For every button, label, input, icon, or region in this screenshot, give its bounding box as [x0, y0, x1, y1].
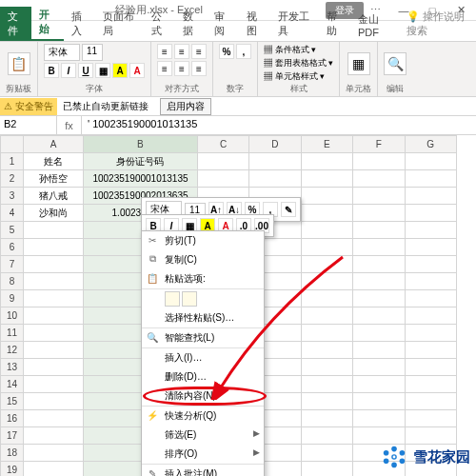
cells-button[interactable]: ▦ [347, 52, 370, 75]
cell[interactable]: 身份证号码 [84, 153, 198, 170]
fill-color-button[interactable]: A [112, 63, 128, 78]
cell[interactable] [23, 325, 83, 342]
cell[interactable] [301, 290, 352, 307]
cell[interactable] [301, 393, 352, 410]
cell[interactable]: 姓名 [23, 153, 83, 170]
cell[interactable] [405, 307, 456, 325]
cell[interactable] [301, 307, 352, 325]
cell[interactable] [301, 376, 352, 393]
cell[interactable] [353, 376, 405, 393]
align-top-icon[interactable]: ≡ [157, 44, 172, 59]
row-header[interactable]: 14 [1, 376, 24, 393]
cell[interactable] [353, 153, 405, 170]
cell[interactable] [405, 290, 456, 307]
cell[interactable] [405, 188, 456, 205]
ctx-item[interactable]: ⚡快速分析(Q) [142, 407, 264, 426]
cell[interactable] [23, 393, 83, 410]
cell[interactable] [23, 410, 83, 427]
cell[interactable] [23, 359, 83, 376]
name-box[interactable]: B2 [0, 116, 57, 134]
col-header-c[interactable]: C [197, 136, 248, 153]
cell[interactable] [353, 170, 405, 188]
align-right-icon[interactable]: ≡ [191, 61, 207, 76]
row-header[interactable]: 8 [1, 273, 24, 290]
col-header-d[interactable]: D [249, 136, 301, 153]
cell[interactable] [353, 359, 405, 376]
cell[interactable] [249, 153, 301, 170]
cell[interactable] [353, 273, 405, 290]
row-header[interactable]: 4 [1, 205, 24, 222]
row-header[interactable]: 7 [1, 256, 24, 273]
cell[interactable] [405, 153, 456, 170]
cell[interactable] [301, 359, 352, 376]
tab-pdf[interactable]: 金山PDF [350, 10, 399, 41]
row-header[interactable]: 10 [1, 307, 24, 325]
ctx-item[interactable]: ⧉复制(C) [142, 250, 264, 269]
row-header[interactable]: 13 [1, 359, 24, 376]
ctx-item[interactable]: 筛选(E)▶ [142, 426, 264, 445]
row-header[interactable]: 16 [1, 410, 24, 427]
tab-view[interactable]: 视图 [239, 7, 270, 41]
cell[interactable]: 100235190001013135 [84, 170, 198, 188]
cell[interactable] [301, 427, 352, 445]
row-header[interactable]: 17 [1, 427, 24, 445]
paste-option-button[interactable] [165, 291, 180, 307]
cell[interactable]: 沙和尚 [23, 205, 83, 222]
bold-button[interactable]: B [44, 63, 59, 78]
cell[interactable] [197, 170, 248, 188]
cell[interactable] [301, 445, 352, 462]
cell[interactable] [23, 462, 83, 477]
font-name-select[interactable]: 宋体 [44, 44, 80, 61]
cell[interactable] [301, 462, 352, 477]
tab-data[interactable]: 数据 [175, 7, 207, 41]
col-header-b[interactable]: B [84, 136, 198, 153]
mini-format-painter[interactable]: ✎ [281, 202, 296, 217]
cell[interactable] [301, 188, 352, 205]
ctx-item[interactable]: 插入(I)… [142, 348, 264, 367]
cell[interactable] [23, 445, 83, 462]
editing-button[interactable]: 🔍 [384, 52, 407, 75]
cell[interactable] [301, 273, 352, 290]
select-all-corner[interactable] [1, 136, 24, 153]
cell[interactable] [249, 170, 301, 188]
cell[interactable] [405, 325, 456, 342]
border-button[interactable]: ▦ [95, 63, 110, 78]
col-header-g[interactable]: G [405, 136, 456, 153]
row-header[interactable]: 6 [1, 239, 24, 256]
cell[interactable] [353, 325, 405, 342]
ctx-item[interactable]: ✎插入批注(M) [142, 465, 264, 476]
cell[interactable] [23, 256, 83, 273]
enable-content-button[interactable]: 启用内容 [160, 98, 211, 115]
italic-button[interactable]: I [61, 63, 76, 78]
cell[interactable] [23, 427, 83, 445]
tab-insert[interactable]: 插入 [64, 7, 95, 41]
cell[interactable]: 猪八戒 [23, 188, 83, 205]
cell[interactable] [23, 239, 83, 256]
font-color-button[interactable]: A [129, 63, 145, 78]
tab-help[interactable]: 帮助 [319, 7, 350, 41]
ctx-item[interactable]: 排序(O)▶ [142, 445, 264, 465]
align-center-icon[interactable]: ≡ [174, 61, 189, 76]
cell[interactable] [353, 222, 405, 239]
cell[interactable] [405, 410, 456, 427]
cell[interactable] [353, 256, 405, 273]
tab-dev[interactable]: 开发工具 [270, 7, 319, 41]
row-header[interactable]: 3 [1, 188, 24, 205]
comma-button[interactable]: , [236, 44, 251, 59]
cell[interactable] [301, 170, 352, 188]
row-header[interactable]: 1 [1, 153, 24, 170]
cell[interactable] [353, 393, 405, 410]
cell[interactable] [353, 427, 405, 445]
cell[interactable] [353, 290, 405, 307]
conditional-formatting-button[interactable]: ▦ 条件格式 ▾ [264, 44, 316, 56]
formula-input[interactable]: ' 100235190001013135 [82, 116, 476, 134]
font-size-select[interactable]: 11 [82, 44, 103, 61]
cell[interactable] [353, 239, 405, 256]
cell[interactable] [23, 307, 83, 325]
cell[interactable] [353, 205, 405, 222]
ctx-item[interactable]: 🔍智能查找(L) [142, 328, 264, 348]
format-table-button[interactable]: ▦ 套用表格格式 ▾ [264, 57, 333, 69]
cell[interactable] [405, 393, 456, 410]
cell[interactable] [301, 222, 352, 239]
cell[interactable] [301, 205, 352, 222]
